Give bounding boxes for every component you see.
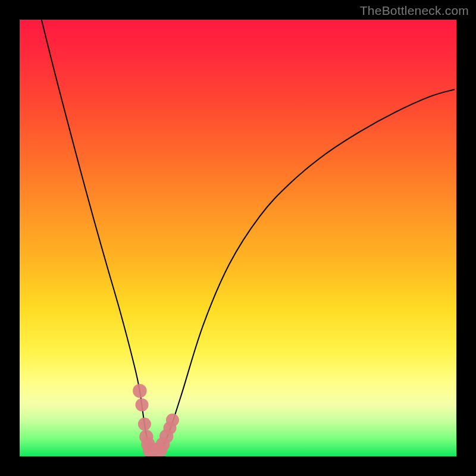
highlight-marker [166,414,179,427]
highlight-marker [133,384,146,397]
chart-svg [20,20,456,456]
watermark-text: TheBottleneck.com [360,4,469,18]
highlight-marker [136,398,149,411]
highlight-markers-group [133,384,179,456]
chart-stage: TheBottleneck.com [0,0,476,476]
plot-area [20,20,456,456]
highlight-marker [138,418,151,431]
bottleneck-curve-line [42,20,455,452]
